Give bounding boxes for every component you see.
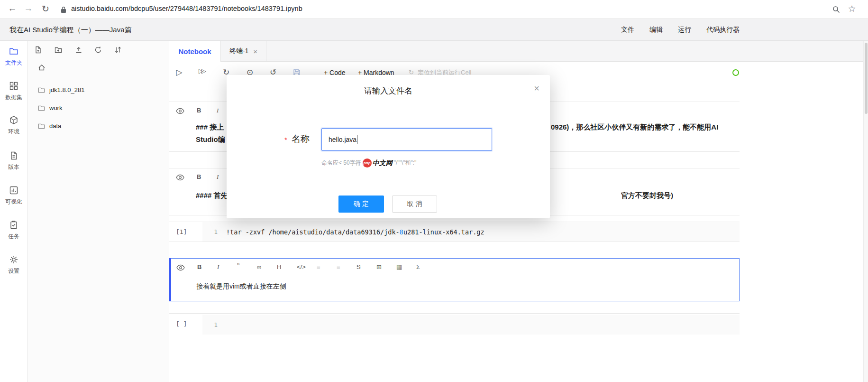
- browser-forward-icon[interactable]: →: [23, 3, 34, 14]
- rail-item-environment[interactable]: 环境: [0, 115, 27, 136]
- run-all-icon[interactable]: ▷▷: [196, 67, 207, 75]
- image-icon[interactable]: ▦: [396, 263, 416, 271]
- php-cn-watermark: php 中文网: [363, 158, 393, 168]
- menu-edit[interactable]: 编辑: [649, 26, 663, 34]
- bold-icon[interactable]: B: [197, 263, 217, 271]
- text-caret: [357, 135, 357, 144]
- folder-name: data: [49, 122, 61, 130]
- refresh-icon[interactable]: [94, 46, 102, 56]
- folder-row-work[interactable]: work: [27, 99, 169, 117]
- list-ul-icon[interactable]: ≡: [317, 263, 337, 271]
- eye-preview-icon[interactable]: [176, 174, 184, 183]
- markdown-cell-3-selected[interactable]: B I “ ∞ H </> ≡ ≡ S ⊞ ▦ Σ 接着就是用vim或者直接在左…: [169, 258, 740, 301]
- rail-item-label: 文件夹: [0, 59, 27, 67]
- gear-icon: [9, 258, 18, 266]
- hint-text-left: 命名应< 50字符: [321, 159, 361, 167]
- markdown-text: #### 首先: [196, 191, 228, 200]
- left-rail: 文件夹 数据集 环境 版本 可视化 任务 设置: [0, 41, 27, 382]
- code-cell-2[interactable]: [ ] 1: [169, 313, 740, 335]
- required-asterisk: *: [284, 136, 287, 144]
- folder-row-data[interactable]: data: [27, 117, 169, 135]
- run-cell-icon[interactable]: ▷: [174, 67, 185, 77]
- rail-item-tasks[interactable]: 任务: [0, 220, 27, 241]
- lock-icon: [61, 6, 66, 15]
- bold-icon[interactable]: B: [197, 107, 217, 114]
- close-dialog-icon[interactable]: ×: [534, 83, 539, 94]
- zoom-icon[interactable]: [832, 5, 841, 16]
- code-editor[interactable]: 1 !tar -zxvf /home/aistudio/data/data693…: [202, 222, 740, 242]
- menu-run[interactable]: 运行: [678, 26, 691, 34]
- rail-item-label: 可视化: [0, 198, 27, 206]
- filename-hint: 命名应< 50字符 php 中文网 "/""\"和":": [321, 158, 416, 168]
- rail-item-folders[interactable]: 文件夹: [0, 47, 27, 67]
- line-number: 1: [205, 321, 218, 328]
- scrollbar-thumb[interactable]: [865, 43, 868, 114]
- project-title: 我在AI Studio学编程（一）——Java篇: [9, 19, 132, 41]
- italic-icon[interactable]: I: [217, 263, 237, 271]
- rail-item-label: 环境: [0, 128, 27, 136]
- quote-icon[interactable]: “: [237, 263, 257, 271]
- bold-icon[interactable]: B: [197, 173, 217, 181]
- confirm-button[interactable]: 确 定: [338, 196, 384, 213]
- markdown-source-text[interactable]: 接着就是用vim或者直接在左侧: [196, 282, 286, 291]
- browser-back-icon[interactable]: ←: [7, 3, 18, 14]
- bookmark-star-icon[interactable]: ☆: [846, 3, 858, 14]
- line-number: 1: [205, 228, 218, 235]
- address-bar[interactable]: aistudio.baidu.com/bdcpu5/user/279448/14…: [71, 5, 302, 12]
- tab-notebook[interactable]: Notebook: [169, 41, 221, 62]
- rail-item-label: 数据集: [0, 93, 27, 102]
- list-ol-icon[interactable]: ≡: [337, 263, 356, 271]
- kernel-status-indicator: [732, 69, 739, 76]
- markdown-text: 0926)，那么社区小伙伴又有新的需求了，能不能用AI: [551, 123, 718, 132]
- code-editor[interactable]: 1: [202, 315, 740, 335]
- filename-input-value: hello.java: [329, 136, 356, 143]
- heading-icon[interactable]: H: [277, 263, 297, 271]
- tab-terminal[interactable]: 终端-1 ×: [221, 41, 266, 62]
- hint-text-right: "/""\"和":": [394, 159, 417, 167]
- sigma-icon[interactable]: Σ: [416, 263, 436, 271]
- folder-name: work: [49, 104, 62, 112]
- cancel-button[interactable]: 取 消: [392, 196, 437, 213]
- eye-preview-icon[interactable]: [176, 108, 184, 116]
- rail-item-label: 任务: [0, 233, 27, 241]
- markdown-text: Studio编: [196, 135, 225, 144]
- new-folder-icon[interactable]: [55, 46, 62, 56]
- menu-file[interactable]: 文件: [621, 26, 634, 34]
- rail-item-datasets[interactable]: 数据集: [0, 81, 27, 102]
- folder-name: jdk1.8.0_281: [49, 86, 84, 93]
- code-line: !tar -zxvf /home/aistudio/data/data69316…: [226, 228, 484, 236]
- browser-reload-icon[interactable]: ↻: [40, 3, 51, 14]
- browser-toolbar: ← → ↻ aistudio.baidu.com/bdcpu5/user/279…: [0, 0, 868, 19]
- clipboard-icon: [9, 223, 18, 231]
- home-icon[interactable]: [38, 64, 46, 73]
- vertical-scrollbar[interactable]: [863, 41, 868, 382]
- close-tab-icon[interactable]: ×: [253, 47, 257, 56]
- folder-icon: [38, 86, 45, 93]
- filename-input[interactable]: hello.java: [321, 128, 492, 151]
- new-file-icon[interactable]: [34, 46, 42, 56]
- markdown-text: 官方不要封我号): [621, 191, 673, 200]
- table-icon[interactable]: ⊞: [376, 263, 396, 271]
- environment-hexagon-icon: [9, 118, 18, 126]
- code-cell-1[interactable]: [1] 1 !tar -zxvf /home/aistudio/data/dat…: [169, 222, 740, 242]
- eye-preview-icon[interactable]: [176, 264, 185, 273]
- tab-label: Notebook: [178, 47, 211, 56]
- link-icon[interactable]: ∞: [257, 263, 277, 271]
- rail-item-label: 设置: [0, 267, 27, 275]
- name-field-label: 名称: [292, 133, 310, 145]
- filename-dialog: 请输入文件名 × * 名称 hello.java 命名应< 50字符 php 中…: [227, 75, 550, 218]
- screen: ← → ↻ aistudio.baidu.com/bdcpu5/user/279…: [0, 0, 868, 382]
- header-menu: 文件 编辑 运行 代码执行器: [621, 19, 740, 41]
- menu-code-executor[interactable]: 代码执行器: [706, 26, 740, 34]
- file-explorer: jdk1.8.0_281 work data: [27, 41, 169, 382]
- dataset-grid-icon: [9, 84, 18, 92]
- markdown-text: ### 接上: [196, 123, 224, 132]
- rail-item-versions[interactable]: 版本: [0, 151, 27, 171]
- folder-row-jdk[interactable]: jdk1.8.0_281: [27, 81, 169, 99]
- rail-item-settings[interactable]: 设置: [0, 255, 27, 275]
- upload-icon[interactable]: [75, 46, 82, 56]
- strikethrough-icon[interactable]: S: [356, 263, 376, 271]
- rail-item-visualization[interactable]: 可视化: [0, 186, 27, 206]
- code-icon[interactable]: </>: [297, 263, 317, 271]
- sort-icon[interactable]: [114, 46, 122, 56]
